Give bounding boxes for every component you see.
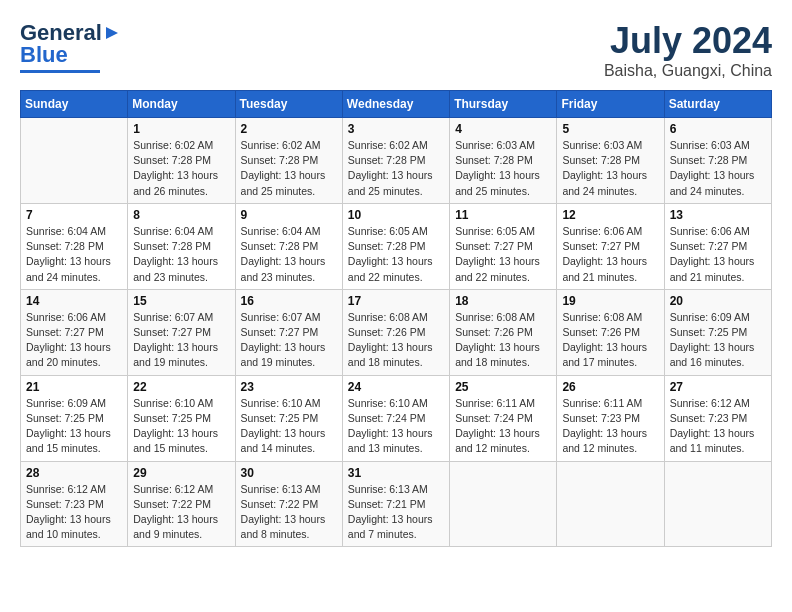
logo-underline	[20, 70, 100, 73]
day-number: 26	[562, 380, 658, 394]
day-number: 5	[562, 122, 658, 136]
calendar-cell: 19Sunrise: 6:08 AM Sunset: 7:26 PM Dayli…	[557, 289, 664, 375]
day-info: Sunrise: 6:02 AM Sunset: 7:28 PM Dayligh…	[348, 138, 444, 199]
calendar-cell: 31Sunrise: 6:13 AM Sunset: 7:21 PM Dayli…	[342, 461, 449, 547]
day-number: 9	[241, 208, 337, 222]
day-info: Sunrise: 6:12 AM Sunset: 7:23 PM Dayligh…	[26, 482, 122, 543]
day-number: 14	[26, 294, 122, 308]
day-info: Sunrise: 6:04 AM Sunset: 7:28 PM Dayligh…	[133, 224, 229, 285]
week-row-3: 14Sunrise: 6:06 AM Sunset: 7:27 PM Dayli…	[21, 289, 772, 375]
day-number: 12	[562, 208, 658, 222]
calendar-cell: 29Sunrise: 6:12 AM Sunset: 7:22 PM Dayli…	[128, 461, 235, 547]
day-number: 6	[670, 122, 766, 136]
day-number: 16	[241, 294, 337, 308]
calendar-cell: 16Sunrise: 6:07 AM Sunset: 7:27 PM Dayli…	[235, 289, 342, 375]
day-info: Sunrise: 6:04 AM Sunset: 7:28 PM Dayligh…	[26, 224, 122, 285]
calendar-cell	[21, 118, 128, 204]
day-info: Sunrise: 6:06 AM Sunset: 7:27 PM Dayligh…	[562, 224, 658, 285]
day-number: 24	[348, 380, 444, 394]
day-info: Sunrise: 6:09 AM Sunset: 7:25 PM Dayligh…	[26, 396, 122, 457]
day-info: Sunrise: 6:08 AM Sunset: 7:26 PM Dayligh…	[348, 310, 444, 371]
day-info: Sunrise: 6:11 AM Sunset: 7:23 PM Dayligh…	[562, 396, 658, 457]
day-number: 21	[26, 380, 122, 394]
day-info: Sunrise: 6:04 AM Sunset: 7:28 PM Dayligh…	[241, 224, 337, 285]
day-number: 13	[670, 208, 766, 222]
calendar-cell: 22Sunrise: 6:10 AM Sunset: 7:25 PM Dayli…	[128, 375, 235, 461]
calendar-cell: 25Sunrise: 6:11 AM Sunset: 7:24 PM Dayli…	[450, 375, 557, 461]
day-number: 17	[348, 294, 444, 308]
day-info: Sunrise: 6:03 AM Sunset: 7:28 PM Dayligh…	[455, 138, 551, 199]
col-header-monday: Monday	[128, 91, 235, 118]
col-header-saturday: Saturday	[664, 91, 771, 118]
col-header-sunday: Sunday	[21, 91, 128, 118]
day-info: Sunrise: 6:13 AM Sunset: 7:22 PM Dayligh…	[241, 482, 337, 543]
calendar-cell	[557, 461, 664, 547]
day-info: Sunrise: 6:08 AM Sunset: 7:26 PM Dayligh…	[562, 310, 658, 371]
calendar-cell	[450, 461, 557, 547]
day-number: 10	[348, 208, 444, 222]
logo-text-blue: Blue	[20, 42, 68, 68]
day-info: Sunrise: 6:10 AM Sunset: 7:24 PM Dayligh…	[348, 396, 444, 457]
day-number: 1	[133, 122, 229, 136]
calendar-cell: 6Sunrise: 6:03 AM Sunset: 7:28 PM Daylig…	[664, 118, 771, 204]
day-info: Sunrise: 6:10 AM Sunset: 7:25 PM Dayligh…	[133, 396, 229, 457]
week-row-2: 7Sunrise: 6:04 AM Sunset: 7:28 PM Daylig…	[21, 203, 772, 289]
calendar-cell: 21Sunrise: 6:09 AM Sunset: 7:25 PM Dayli…	[21, 375, 128, 461]
calendar-cell: 8Sunrise: 6:04 AM Sunset: 7:28 PM Daylig…	[128, 203, 235, 289]
day-number: 15	[133, 294, 229, 308]
day-info: Sunrise: 6:02 AM Sunset: 7:28 PM Dayligh…	[133, 138, 229, 199]
day-info: Sunrise: 6:12 AM Sunset: 7:22 PM Dayligh…	[133, 482, 229, 543]
day-number: 23	[241, 380, 337, 394]
day-info: Sunrise: 6:05 AM Sunset: 7:28 PM Dayligh…	[348, 224, 444, 285]
col-header-tuesday: Tuesday	[235, 91, 342, 118]
day-number: 3	[348, 122, 444, 136]
calendar-cell: 10Sunrise: 6:05 AM Sunset: 7:28 PM Dayli…	[342, 203, 449, 289]
day-number: 31	[348, 466, 444, 480]
day-info: Sunrise: 6:07 AM Sunset: 7:27 PM Dayligh…	[133, 310, 229, 371]
day-info: Sunrise: 6:03 AM Sunset: 7:28 PM Dayligh…	[670, 138, 766, 199]
calendar-cell: 17Sunrise: 6:08 AM Sunset: 7:26 PM Dayli…	[342, 289, 449, 375]
calendar-cell: 4Sunrise: 6:03 AM Sunset: 7:28 PM Daylig…	[450, 118, 557, 204]
title-block: July 2024 Baisha, Guangxi, China	[604, 20, 772, 80]
calendar-cell: 15Sunrise: 6:07 AM Sunset: 7:27 PM Dayli…	[128, 289, 235, 375]
calendar-cell: 3Sunrise: 6:02 AM Sunset: 7:28 PM Daylig…	[342, 118, 449, 204]
day-info: Sunrise: 6:10 AM Sunset: 7:25 PM Dayligh…	[241, 396, 337, 457]
day-info: Sunrise: 6:02 AM Sunset: 7:28 PM Dayligh…	[241, 138, 337, 199]
calendar-cell: 23Sunrise: 6:10 AM Sunset: 7:25 PM Dayli…	[235, 375, 342, 461]
day-info: Sunrise: 6:13 AM Sunset: 7:21 PM Dayligh…	[348, 482, 444, 543]
calendar-cell: 27Sunrise: 6:12 AM Sunset: 7:23 PM Dayli…	[664, 375, 771, 461]
day-number: 19	[562, 294, 658, 308]
day-info: Sunrise: 6:03 AM Sunset: 7:28 PM Dayligh…	[562, 138, 658, 199]
day-number: 8	[133, 208, 229, 222]
day-number: 11	[455, 208, 551, 222]
day-info: Sunrise: 6:06 AM Sunset: 7:27 PM Dayligh…	[26, 310, 122, 371]
calendar-cell: 24Sunrise: 6:10 AM Sunset: 7:24 PM Dayli…	[342, 375, 449, 461]
day-number: 7	[26, 208, 122, 222]
calendar-cell: 12Sunrise: 6:06 AM Sunset: 7:27 PM Dayli…	[557, 203, 664, 289]
col-header-thursday: Thursday	[450, 91, 557, 118]
week-row-4: 21Sunrise: 6:09 AM Sunset: 7:25 PM Dayli…	[21, 375, 772, 461]
logo-arrow-icon	[102, 23, 122, 43]
calendar-cell	[664, 461, 771, 547]
calendar-cell: 28Sunrise: 6:12 AM Sunset: 7:23 PM Dayli…	[21, 461, 128, 547]
day-number: 20	[670, 294, 766, 308]
day-info: Sunrise: 6:06 AM Sunset: 7:27 PM Dayligh…	[670, 224, 766, 285]
calendar-cell: 26Sunrise: 6:11 AM Sunset: 7:23 PM Dayli…	[557, 375, 664, 461]
month-year-title: July 2024	[604, 20, 772, 62]
calendar-header-row: SundayMondayTuesdayWednesdayThursdayFrid…	[21, 91, 772, 118]
calendar-cell: 1Sunrise: 6:02 AM Sunset: 7:28 PM Daylig…	[128, 118, 235, 204]
week-row-5: 28Sunrise: 6:12 AM Sunset: 7:23 PM Dayli…	[21, 461, 772, 547]
day-number: 4	[455, 122, 551, 136]
calendar-cell: 14Sunrise: 6:06 AM Sunset: 7:27 PM Dayli…	[21, 289, 128, 375]
day-number: 30	[241, 466, 337, 480]
day-number: 29	[133, 466, 229, 480]
day-number: 2	[241, 122, 337, 136]
calendar-cell: 5Sunrise: 6:03 AM Sunset: 7:28 PM Daylig…	[557, 118, 664, 204]
calendar-cell: 2Sunrise: 6:02 AM Sunset: 7:28 PM Daylig…	[235, 118, 342, 204]
logo: General Blue	[20, 20, 122, 73]
day-number: 22	[133, 380, 229, 394]
location-subtitle: Baisha, Guangxi, China	[604, 62, 772, 80]
day-info: Sunrise: 6:12 AM Sunset: 7:23 PM Dayligh…	[670, 396, 766, 457]
calendar-cell: 30Sunrise: 6:13 AM Sunset: 7:22 PM Dayli…	[235, 461, 342, 547]
calendar-cell: 7Sunrise: 6:04 AM Sunset: 7:28 PM Daylig…	[21, 203, 128, 289]
